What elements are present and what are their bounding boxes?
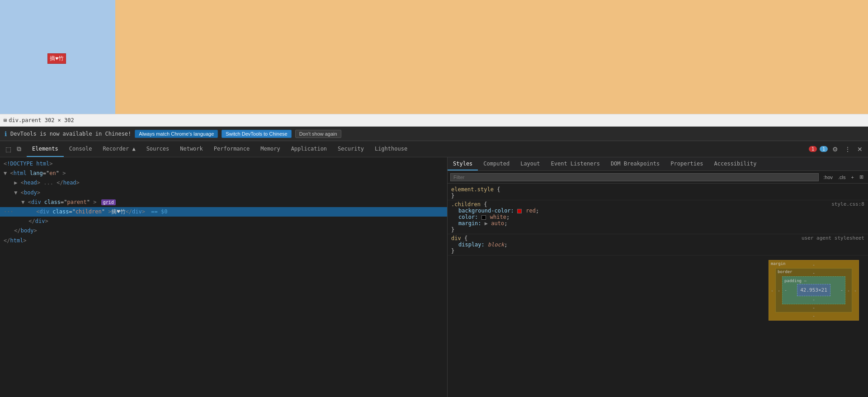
filter-input[interactable] [450, 173, 819, 181]
styles-tab-bar: Styles Computed Layout Event Listeners D… [448, 157, 868, 171]
tab-performance[interactable]: Performance [208, 141, 255, 157]
html-line-doctype[interactable]: <!DOCTYPE html> [0, 159, 447, 169]
margin-left[interactable]: - [771, 288, 774, 293]
tab-event-listeners[interactable]: Event Listeners [546, 157, 605, 170]
grid-layout-icon: ⊞ [4, 117, 7, 123]
border-top[interactable]: - [812, 270, 815, 275]
border-left[interactable]: - [778, 288, 780, 293]
color-swatch-red[interactable] [517, 209, 522, 213]
tab-application[interactable]: Application [286, 141, 332, 157]
css-selector-div[interactable]: div { user agent stylesheet [451, 235, 864, 241]
padding-bottom[interactable]: - [812, 297, 815, 302]
more-options-icon[interactable]: ⋮ [843, 145, 853, 154]
tab-properties[interactable]: Properties [665, 157, 708, 170]
preview-tan-panel [115, 0, 868, 114]
error-badge: 1 [809, 146, 817, 152]
css-prop-color[interactable]: color: white; [451, 214, 864, 220]
html-line-html[interactable]: ▼ <html lang="en" > [0, 169, 447, 178]
hover-pseudo-button[interactable]: :hov [821, 174, 835, 180]
box-content: 42.953×21 [797, 284, 830, 296]
padding-left[interactable]: - [784, 288, 787, 293]
border-bottom[interactable]: - [812, 305, 815, 310]
tab-memory[interactable]: Memory [255, 141, 285, 157]
settings-icon[interactable]: ⚙ [830, 145, 840, 154]
toolbar-right-icons: 1 1 ⚙ ⋮ ✕ [805, 145, 868, 154]
html-line-close-div[interactable]: </div> [0, 217, 447, 226]
tab-security[interactable]: Security [332, 141, 369, 157]
html-line-div-children[interactable]: ··· <div class="children" >摘♥竹</div> == … [0, 207, 447, 217]
html-line-body[interactable]: ▼ <body> [0, 188, 447, 198]
padding-label: padding – [784, 279, 843, 283]
css-closing-brace: } [451, 193, 864, 199]
box-model-container: margin - - border - - padding – [448, 255, 868, 325]
elements-panel: <!DOCTYPE html> ▼ <html lang="en" > ▶ <h… [0, 157, 448, 397]
preview-element: 摘♥竹 [47, 53, 66, 64]
margin-right[interactable]: - [854, 288, 857, 293]
tab-network[interactable]: Network [175, 141, 208, 157]
inspect-element-icon[interactable]: ⬚ [4, 145, 13, 154]
tab-styles[interactable]: Styles [448, 157, 478, 170]
css-prop-margin[interactable]: margin: ▶ auto; [451, 220, 864, 227]
box-border: border - - padding – - [775, 268, 852, 312]
css-rule-div-closing: } [451, 248, 864, 254]
always-match-language-button[interactable]: Always match Chrome's language [135, 130, 218, 138]
css-rule-children-closing: } [451, 227, 864, 233]
more-style-options-icon[interactable]: ⊞ [858, 174, 865, 180]
margin-bottom[interactable]: - [812, 313, 815, 318]
tab-layout[interactable]: Layout [515, 157, 545, 170]
styles-content: element.style { } .children { style.css:… [448, 184, 868, 397]
device-toolbar-icon[interactable]: ⧉ [15, 144, 23, 154]
border-label: border [778, 269, 793, 274]
padding-right[interactable]: - [840, 288, 843, 293]
css-rule-div-ua: div { user agent stylesheet display: blo… [448, 234, 868, 255]
css-selector-element-style[interactable]: element.style { [451, 186, 864, 193]
cls-button[interactable]: .cls [836, 174, 848, 180]
filter-bar: :hov .cls + ⊞ [448, 171, 868, 184]
add-style-button[interactable]: + [849, 174, 856, 180]
css-rule-children: .children { style.css:8 background-color… [448, 200, 868, 234]
tab-accessibility[interactable]: Accessibility [709, 157, 762, 170]
preview-blue-panel: 摘♥竹 [0, 0, 115, 114]
border-right[interactable]: - [847, 288, 850, 293]
tab-sources[interactable]: Sources [141, 141, 175, 157]
toolbar-left-icons: ⬚ ⧉ [0, 144, 27, 154]
info-icon: ℹ [5, 130, 7, 137]
css-selector-children[interactable]: .children { style.css:8 [451, 201, 864, 208]
notif-bar: ℹ DevTools is now available in Chinese! … [0, 127, 868, 141]
box-padding: padding – - 42.953×21 - [782, 276, 845, 304]
devtools-tab-bar: Elements Console Recorder ▲ Sources Netw… [27, 141, 413, 157]
css-prop-background-color[interactable]: background-color: red; [451, 208, 864, 214]
main-content: <!DOCTYPE html> ▼ <html lang="en" > ▶ <h… [0, 157, 868, 397]
styles-panel: Styles Computed Layout Event Listeners D… [448, 157, 868, 397]
breadcrumb-bar: ⊞ div.parent 302 × 302 [0, 114, 868, 127]
filter-actions: :hov .cls + ⊞ [821, 174, 865, 180]
css-rule-element-style: element.style { } [448, 185, 868, 200]
tab-lighthouse[interactable]: Lighthouse [369, 141, 413, 157]
tab-console[interactable]: Console [64, 141, 98, 157]
box-model-diagram: margin - - border - - padding – [769, 260, 859, 321]
tab-elements[interactable]: Elements [27, 141, 64, 157]
tab-computed[interactable]: Computed [478, 157, 515, 170]
html-line-head[interactable]: ▶ <head> ... </head> [0, 178, 447, 188]
preview-area: 摘♥竹 [0, 0, 868, 114]
box-content-size: 42.953×21 [800, 287, 827, 293]
color-swatch-white[interactable] [481, 215, 486, 220]
html-line-div-parent[interactable]: ▼ <div class="parent" > grid [0, 198, 447, 207]
breadcrumb: div.parent 302 × 302 [9, 117, 74, 123]
box-margin: margin - - border - - padding – [769, 260, 859, 321]
html-line-close-body[interactable]: </body> [0, 226, 447, 236]
css-prop-display[interactable]: display: block; [451, 241, 864, 248]
devtools-toolbar: ⬚ ⧉ Elements Console Recorder ▲ Sources … [0, 141, 868, 157]
info-badge: 1 [820, 146, 828, 152]
close-devtools-icon[interactable]: ✕ [855, 145, 864, 154]
notif-message: DevTools is now available in Chinese! [10, 131, 131, 137]
margin-top[interactable]: - [812, 262, 815, 267]
tab-recorder[interactable]: Recorder ▲ [97, 141, 141, 157]
html-line-close-html[interactable]: </html> [0, 236, 447, 246]
dont-show-again-button[interactable]: Don't show again [295, 130, 341, 138]
switch-devtools-chinese-button[interactable]: Switch DevTools to Chinese [222, 130, 291, 138]
margin-label: margin [771, 261, 786, 266]
tab-dom-breakpoints[interactable]: DOM Breakpoints [605, 157, 665, 170]
